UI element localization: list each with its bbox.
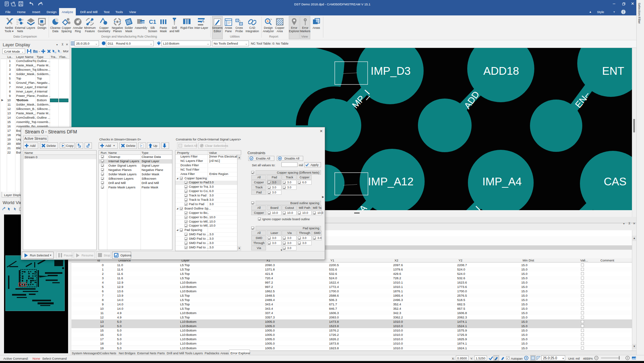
svg-text:IMP_D3: IMP_D3 <box>371 65 411 77</box>
svg-text:ADD18: ADD18 <box>483 65 519 77</box>
svg-text:IMP_A12: IMP_A12 <box>368 175 414 188</box>
svg-text:C1: C1 <box>149 19 156 25</box>
svg-text:CAS: CAS <box>604 175 627 188</box>
svg-text:ENT: ENT <box>602 65 624 77</box>
svg-text:IMP_A4: IMP_A4 <box>482 175 522 188</box>
